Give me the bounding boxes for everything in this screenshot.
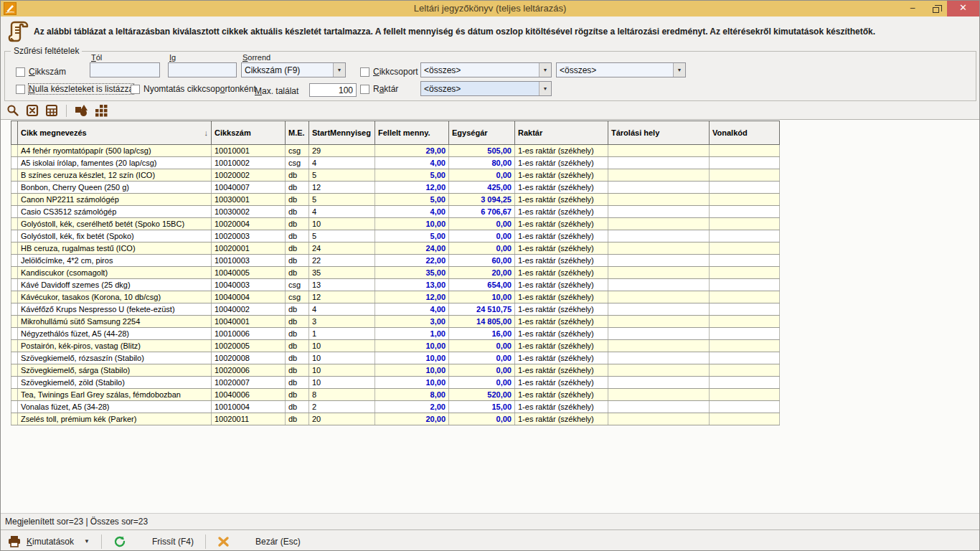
table-row[interactable]: B színes ceruza készlet, 12 szín (ICO) 1… — [11, 169, 780, 182]
cell-me[interactable]: csg — [286, 145, 309, 157]
table-row[interactable]: Canon NP2211 számológép 10030001 db 5 5,… — [11, 194, 780, 206]
export-excel-icon[interactable] — [26, 104, 39, 117]
cell-me[interactable]: db — [286, 389, 309, 401]
cell-raktar[interactable]: 1-es raktár (székhely) — [515, 218, 608, 230]
nulla-checkbox[interactable] — [16, 85, 25, 94]
cell-startmennyiseg[interactable]: 12 — [309, 182, 375, 194]
cell-egysegar[interactable]: 0,00 — [449, 413, 515, 425]
cell-me[interactable]: db — [286, 413, 309, 425]
cell-egysegar[interactable]: 425,00 — [449, 182, 515, 194]
cell-me[interactable]: db — [286, 364, 309, 377]
cell-cikk-megnevezes[interactable]: Kávécukor, tasakos (Korona, 10 db/csg) — [18, 291, 212, 303]
cell-fellelt-menny[interactable]: 13,00 — [375, 279, 449, 291]
cell-me[interactable]: db — [286, 255, 309, 267]
cell-fellelt-menny[interactable]: 5,00 — [375, 194, 449, 206]
blocks-icon[interactable] — [95, 104, 108, 117]
cell-me[interactable]: db — [286, 401, 309, 413]
cell-tarolasi-hely[interactable] — [608, 230, 710, 242]
cell-cikkszam[interactable]: 10040003 — [212, 279, 286, 291]
cell-cikk-megnevezes[interactable]: Postairón, kék-piros, vastag (Blitz) — [18, 340, 212, 352]
cell-cikk-megnevezes[interactable]: Zselés toll, prémium kék (Parker) — [18, 413, 212, 425]
cell-fellelt-menny[interactable]: 10,00 — [375, 352, 449, 364]
cell-cikkszam[interactable]: 10020008 — [212, 352, 286, 364]
cell-fellelt-menny[interactable]: 20,00 — [375, 413, 449, 425]
col-header-vonalkod[interactable]: Vonalkód — [710, 121, 780, 145]
cell-startmennyiseg[interactable]: 4 — [309, 303, 375, 316]
row-selector-cell[interactable] — [11, 316, 18, 328]
table-row[interactable]: A4 fehér nyomtatópapír (500 lap/csg) 100… — [11, 145, 780, 157]
row-selector-cell[interactable] — [11, 401, 18, 413]
cell-egysegar[interactable]: 15,00 — [449, 401, 515, 413]
cell-vonalkod[interactable] — [710, 230, 780, 242]
table-row[interactable]: HB ceruza, rugalmas testű (ICO) 10020001… — [11, 242, 780, 255]
cell-raktar[interactable]: 1-es raktár (székhely) — [515, 145, 608, 157]
cell-egysegar[interactable]: 0,00 — [449, 364, 515, 377]
restore-button[interactable] — [924, 1, 947, 17]
cell-cikk-megnevezes[interactable]: HB ceruza, rugalmas testű (ICO) — [18, 242, 212, 255]
table-row[interactable]: Kandiscukor (csomagolt) 10040005 db 35 3… — [11, 267, 780, 279]
cell-cikkszam[interactable]: 10020005 — [212, 340, 286, 352]
cikkcsoport-select-1[interactable]: <összes> ▼ — [420, 62, 552, 77]
cell-cikk-megnevezes[interactable]: Négyzethálós füzet, A5 (44-28) — [18, 328, 212, 340]
cell-fellelt-menny[interactable]: 29,00 — [375, 145, 449, 157]
kimutatasok-button[interactable]: Kimutatások ▼ — [8, 535, 90, 547]
cell-vonalkod[interactable] — [710, 352, 780, 364]
cell-vonalkod[interactable] — [710, 169, 780, 182]
cell-startmennyiseg[interactable]: 4 — [309, 157, 375, 169]
cell-cikkszam[interactable]: 10020002 — [212, 169, 286, 182]
cell-vonalkod[interactable] — [710, 291, 780, 303]
cell-fellelt-menny[interactable]: 4,00 — [375, 303, 449, 316]
table-row[interactable]: Casio CS3512 számológép 10030002 db 4 4,… — [11, 206, 780, 218]
row-selector-cell[interactable] — [11, 413, 18, 425]
row-selector-cell[interactable] — [11, 255, 18, 267]
table-row[interactable]: Kávé Davidoff szemes (25 dkg) 10040003 c… — [11, 279, 780, 291]
cell-cikk-megnevezes[interactable]: Mikrohullámú sütő Samsung 2254 — [18, 316, 212, 328]
cell-me[interactable]: csg — [286, 279, 309, 291]
cell-raktar[interactable]: 1-es raktár (székhely) — [515, 340, 608, 352]
row-selector-cell[interactable] — [11, 267, 18, 279]
cell-startmennyiseg[interactable]: 5 — [309, 230, 375, 242]
cell-vonalkod[interactable] — [710, 413, 780, 425]
cell-tarolasi-hely[interactable] — [608, 218, 710, 230]
chevron-down-icon[interactable]: ▼ — [539, 63, 551, 77]
cell-vonalkod[interactable] — [710, 182, 780, 194]
cell-cikk-megnevezes[interactable]: Jelölőcímke, 4*2 cm, piros — [18, 255, 212, 267]
cell-me[interactable]: db — [286, 316, 309, 328]
cell-cikk-megnevezes[interactable]: Kandiscukor (csomagolt) — [18, 267, 212, 279]
bezar-button[interactable]: Bezár (Esc) — [217, 536, 301, 547]
sorrend-select[interactable]: Cikkszám (F9) ▼ — [241, 62, 346, 77]
nyomtatas-checkbox[interactable] — [131, 85, 140, 94]
cell-vonalkod[interactable] — [710, 194, 780, 206]
cell-tarolasi-hely[interactable] — [608, 413, 710, 425]
cell-cikkszam[interactable]: 10010004 — [212, 401, 286, 413]
cell-cikk-megnevezes[interactable]: Bonbon, Cherry Queen (250 g) — [18, 182, 212, 194]
col-header-fellelt-menny[interactable]: Fellelt menny. — [375, 121, 449, 145]
cell-raktar[interactable]: 1-es raktár (székhely) — [515, 303, 608, 316]
cell-fellelt-menny[interactable]: 12,00 — [375, 291, 449, 303]
cell-raktar[interactable]: 1-es raktár (székhely) — [515, 182, 608, 194]
cell-fellelt-menny[interactable]: 5,00 — [375, 230, 449, 242]
cell-tarolasi-hely[interactable] — [608, 377, 710, 389]
cell-vonalkod[interactable] — [710, 377, 780, 389]
cell-tarolasi-hely[interactable] — [608, 401, 710, 413]
cell-fellelt-menny[interactable]: 10,00 — [375, 364, 449, 377]
cell-fellelt-menny[interactable]: 3,00 — [375, 316, 449, 328]
cell-vonalkod[interactable] — [710, 267, 780, 279]
chevron-down-icon[interactable]: ▼ — [673, 63, 685, 77]
cell-tarolasi-hely[interactable] — [608, 328, 710, 340]
cell-egysegar[interactable]: 3 094,25 — [449, 194, 515, 206]
cell-tarolasi-hely[interactable] — [608, 145, 710, 157]
table-row[interactable]: Golyóstoll, kék, cserélhető betét (Spoko… — [11, 218, 780, 230]
cell-startmennyiseg[interactable]: 8 — [309, 389, 375, 401]
cell-fellelt-menny[interactable]: 4,00 — [375, 157, 449, 169]
table-row[interactable]: Szövegkiemelő, rózsaszín (Stabilo) 10020… — [11, 352, 780, 364]
row-selector-cell[interactable] — [11, 279, 18, 291]
col-header-startmennyiseg[interactable]: StartMennyiseg — [309, 121, 375, 145]
cell-raktar[interactable]: 1-es raktár (székhely) — [515, 377, 608, 389]
cell-cikk-megnevezes[interactable]: A5 iskolai írólap, famentes (20 lap/csg) — [18, 157, 212, 169]
cell-raktar[interactable]: 1-es raktár (székhely) — [515, 242, 608, 255]
cell-me[interactable]: db — [286, 194, 309, 206]
cell-vonalkod[interactable] — [710, 401, 780, 413]
cell-startmennyiseg[interactable]: 10 — [309, 218, 375, 230]
table-row[interactable]: Mikrohullámú sütő Samsung 2254 10040001 … — [11, 316, 780, 328]
